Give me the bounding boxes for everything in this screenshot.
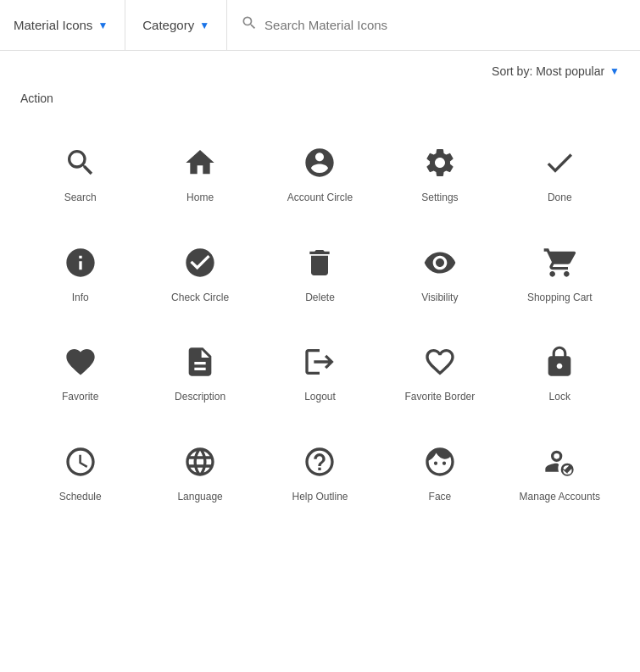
icon-item-shopping-cart[interactable]: Shopping Cart (500, 222, 620, 322)
category-chevron-icon: ▼ (199, 19, 209, 31)
section-title: Action (20, 92, 620, 105)
icon-item-account-circle[interactable]: Account Circle (260, 122, 380, 222)
icon-item-face[interactable]: Face (380, 421, 499, 521)
icon-label-manage-accounts: Manage Accounts (520, 491, 600, 504)
app-header: Material Icons ▼ Category ▼ (0, 0, 640, 51)
settings-icon (423, 146, 457, 180)
icon-label-help-outline: Help Outline (292, 491, 348, 504)
icon-label-favorite: Favorite (62, 391, 98, 404)
category-button[interactable]: Category ▼ (142, 18, 209, 32)
account-circle-icon (303, 146, 337, 180)
material-icons-chevron-icon: ▼ (97, 19, 108, 31)
icon-label-schedule: Schedule (59, 491, 102, 504)
icon-item-description[interactable]: Description (140, 321, 259, 421)
info-icon (64, 246, 97, 280)
icon-item-settings[interactable]: Settings (380, 122, 499, 222)
description-icon (183, 345, 217, 379)
icon-item-visibility[interactable]: Visibility (380, 222, 499, 322)
search-icon (64, 146, 97, 180)
icon-label-home: Home (186, 192, 214, 205)
icon-label-done: Done (548, 192, 572, 205)
icon-item-manage-accounts[interactable]: Manage Accounts (500, 421, 620, 521)
delete-icon (303, 246, 337, 280)
check-circle-icon (183, 246, 217, 280)
category-label: Category (142, 18, 194, 32)
icon-item-info[interactable]: Info (20, 222, 140, 322)
sort-chevron-icon: ▼ (609, 65, 620, 77)
help-outline-icon (303, 445, 337, 479)
main-content: Sort by: Most popular ▼ Action Search Ho… (0, 51, 640, 534)
icon-label-favorite-border: Favorite Border (405, 391, 476, 404)
shopping-cart-icon (543, 246, 576, 280)
manage-accounts-icon (543, 445, 576, 479)
icon-label-account-circle: Account Circle (287, 192, 353, 205)
icon-item-schedule[interactable]: Schedule (20, 421, 140, 521)
icon-label-lock: Lock (549, 391, 570, 404)
icon-grid: Search Home Account Circle Settings Done… (20, 122, 620, 520)
icon-item-language[interactable]: Language (140, 421, 259, 521)
icon-label-logout: Logout (304, 391, 336, 404)
icon-item-done[interactable]: Done (500, 122, 620, 222)
icon-item-favorite[interactable]: Favorite (20, 321, 140, 421)
lock-icon (543, 345, 576, 379)
material-icons-dropdown[interactable]: Material Icons ▼ (14, 0, 125, 51)
icon-label-info: Info (72, 292, 89, 305)
icon-label-settings: Settings (421, 192, 458, 205)
home-icon (183, 146, 217, 180)
face-icon (423, 445, 457, 479)
icon-item-favorite-border[interactable]: Favorite Border (380, 321, 499, 421)
icon-label-description: Description (175, 391, 225, 404)
category-dropdown[interactable]: Category ▼ (125, 0, 227, 51)
icon-label-shopping-cart: Shopping Cart (527, 292, 593, 305)
icon-item-delete[interactable]: Delete (260, 222, 380, 322)
icon-label-check-circle: Check Circle (171, 292, 229, 305)
schedule-icon (64, 445, 97, 479)
sort-row: Sort by: Most popular ▼ (20, 64, 620, 78)
logout-icon (303, 345, 337, 379)
search-bar[interactable] (227, 14, 626, 36)
sort-label: Sort by: Most popular (492, 64, 604, 78)
icon-item-lock[interactable]: Lock (500, 321, 620, 421)
icon-item-home[interactable]: Home (140, 122, 259, 222)
icon-item-help-outline[interactable]: Help Outline (260, 421, 380, 521)
favorite-border-icon (423, 345, 457, 379)
icon-item-logout[interactable]: Logout (260, 321, 380, 421)
done-icon (543, 146, 576, 180)
icon-item-check-circle[interactable]: Check Circle (140, 222, 259, 322)
material-icons-button[interactable]: Material Icons ▼ (14, 18, 108, 32)
icon-label-face: Face (429, 491, 452, 504)
icon-label-search: Search (64, 192, 97, 205)
material-icons-label: Material Icons (14, 18, 92, 32)
sort-button[interactable]: Sort by: Most popular ▼ (492, 64, 620, 78)
icon-label-language: Language (177, 491, 222, 504)
search-icon (241, 14, 258, 36)
icon-label-delete: Delete (305, 292, 335, 305)
icon-label-visibility: Visibility (421, 292, 458, 305)
icon-item-search[interactable]: Search (20, 122, 140, 222)
language-icon (183, 445, 217, 479)
search-input[interactable] (264, 18, 536, 32)
favorite-icon (64, 345, 97, 379)
visibility-icon (423, 246, 457, 280)
